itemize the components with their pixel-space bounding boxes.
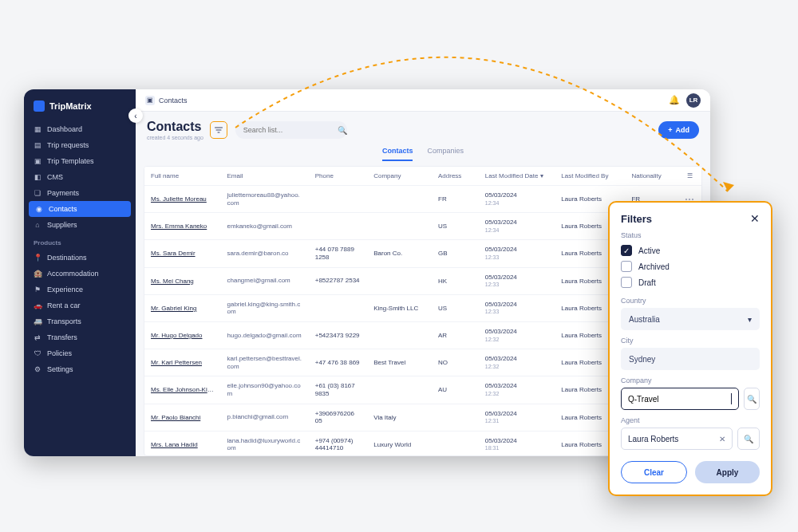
breadcrumb-label: Contacts bbox=[159, 97, 188, 104]
cell-name[interactable]: Mr. Paolo Bianchi bbox=[144, 404, 221, 431]
col-settings-icon[interactable]: ☰ bbox=[678, 167, 701, 186]
cell-date: 05/03/202412:33 bbox=[479, 267, 555, 294]
contacts-icon: ▣ bbox=[145, 96, 155, 105]
cell-phone: +61 (03) 8167 9835 bbox=[309, 376, 367, 404]
cell-address: US bbox=[432, 213, 479, 240]
search-input[interactable] bbox=[243, 126, 333, 134]
tab-contacts[interactable]: Contacts bbox=[382, 147, 413, 161]
cell-phone bbox=[309, 294, 367, 321]
cell-name[interactable]: Ms. Sara Demir bbox=[144, 240, 221, 267]
col-last-modified-by[interactable]: Last Modified By bbox=[555, 167, 625, 186]
cell-name[interactable]: Ms. Elle Johnson-King bbox=[144, 376, 221, 404]
nav-label: Accommodation bbox=[47, 270, 99, 278]
sidebar-item-rent-a-car[interactable]: 🚗Rent a car bbox=[24, 298, 136, 313]
cell-name[interactable]: Mr. Karl Pettersen bbox=[144, 349, 221, 376]
remove-agent-icon[interactable]: ✕ bbox=[719, 435, 725, 443]
col-last-modified-date[interactable]: Last Modified Date ▾ bbox=[479, 167, 555, 186]
brand-logo-icon bbox=[34, 100, 45, 112]
agent-search-button[interactable]: 🔍 bbox=[737, 428, 760, 450]
notifications-icon[interactable]: 🔔 bbox=[669, 95, 680, 105]
nav-icon: ◉ bbox=[35, 205, 43, 213]
nav-label: Rent a car bbox=[47, 301, 81, 309]
search-icon: 🔍 bbox=[747, 395, 757, 404]
search-icon: 🔍 bbox=[338, 126, 347, 135]
cell-email: karl.pettersen@besttravel.com bbox=[221, 349, 309, 376]
sidebar-item-policies[interactable]: 🛡Policies bbox=[24, 345, 136, 361]
chevron-down-icon: ▾ bbox=[748, 315, 752, 324]
cell-company bbox=[367, 213, 432, 240]
cell-company: King-Smith LLC bbox=[367, 294, 432, 321]
nav-icon: ⇄ bbox=[34, 333, 41, 341]
sidebar-item-payments[interactable]: ❏Payments bbox=[24, 185, 136, 201]
col-nationality[interactable]: Nationality bbox=[625, 167, 678, 186]
nav-icon: 📍 bbox=[34, 254, 41, 262]
svg-marker-0 bbox=[723, 182, 734, 191]
city-input[interactable]: Sydney bbox=[621, 348, 760, 370]
cell-email: gabriel.king@king-smith.com bbox=[221, 294, 309, 321]
search-field[interactable]: 🔍 bbox=[235, 121, 347, 139]
avatar[interactable]: LR bbox=[686, 93, 701, 108]
sidebar-item-destinations[interactable]: 📍Destinations bbox=[24, 250, 136, 266]
cell-address: GB bbox=[432, 240, 479, 267]
col-full-name[interactable]: Full name bbox=[144, 167, 221, 186]
nav-label: Trip requests bbox=[47, 141, 89, 149]
cell-name[interactable]: Mr. Hugo Delgado bbox=[144, 321, 221, 349]
nav-icon: ▤ bbox=[34, 141, 41, 149]
col-address[interactable]: Address bbox=[432, 167, 479, 186]
company-input-wrap[interactable] bbox=[621, 388, 739, 410]
cell-phone: +47 476 38 869 bbox=[309, 349, 367, 376]
sidebar-item-dashboard[interactable]: ▦Dashboard bbox=[24, 121, 136, 137]
col-phone[interactable]: Phone bbox=[309, 167, 367, 186]
cell-date: 05/03/202412:33 bbox=[479, 240, 555, 267]
status-option-archived[interactable]: Archived bbox=[621, 258, 760, 274]
nav-icon: ⌂ bbox=[34, 221, 41, 229]
cell-name[interactable]: Mrs. Lana Hadid bbox=[144, 431, 221, 456]
cell-address: FR bbox=[432, 186, 479, 213]
sidebar-item-experience[interactable]: ⚑Experience bbox=[24, 282, 136, 298]
sidebar-item-trip-templates[interactable]: ▣Trip Templates bbox=[24, 153, 136, 169]
sidebar-collapse-button[interactable]: ‹ bbox=[128, 108, 143, 123]
cell-phone: +8522787 2534 bbox=[309, 267, 367, 294]
nav-label: CMS bbox=[47, 173, 63, 181]
cell-company bbox=[367, 376, 432, 404]
sidebar-item-transports[interactable]: 🚐Transports bbox=[24, 313, 136, 329]
country-select[interactable]: Australia ▾ bbox=[621, 308, 760, 330]
clear-button[interactable]: Clear bbox=[621, 461, 687, 483]
sidebar-item-settings[interactable]: ⚙Settings bbox=[24, 361, 136, 377]
company-search-button[interactable]: 🔍 bbox=[744, 388, 760, 410]
nav-label: Experience bbox=[47, 286, 83, 294]
status-option-active[interactable]: ✓Active bbox=[621, 242, 760, 258]
sidebar-item-cms[interactable]: ◧CMS bbox=[24, 169, 136, 185]
cell-name[interactable]: Ms. Juliette Moreau bbox=[144, 186, 221, 213]
checkbox-icon bbox=[621, 261, 632, 272]
breadcrumb[interactable]: ▣ Contacts bbox=[145, 96, 188, 105]
col-company[interactable]: Company bbox=[367, 167, 432, 186]
cell-address: HK bbox=[432, 267, 479, 294]
cell-company: Luxury World bbox=[367, 431, 432, 456]
nav-icon: 🏨 bbox=[34, 270, 41, 278]
sidebar-item-contacts[interactable]: ◉Contacts bbox=[29, 201, 131, 217]
brand-name: TripMatrix bbox=[49, 101, 92, 111]
cell-email: juliettemoreau88@yahoo.com bbox=[221, 186, 309, 213]
sidebar-item-transfers[interactable]: ⇄Transfers bbox=[24, 329, 136, 345]
cell-name[interactable]: Ms. Mei Chang bbox=[144, 267, 221, 294]
sidebar-item-trip-requests[interactable]: ▤Trip requests bbox=[24, 137, 136, 153]
agent-chip[interactable]: Laura Roberts ✕ bbox=[621, 428, 733, 450]
cell-name[interactable]: Mr. Gabriel King bbox=[144, 294, 221, 321]
nav-icon: ▦ bbox=[34, 125, 41, 133]
nav-label: Payments bbox=[47, 189, 79, 197]
filter-button[interactable] bbox=[210, 121, 227, 139]
cell-name[interactable]: Mrs. Emma Kaneko bbox=[144, 213, 221, 240]
tab-companies[interactable]: Companies bbox=[427, 147, 464, 161]
col-email[interactable]: Email bbox=[221, 167, 309, 186]
cell-address: US bbox=[432, 294, 479, 321]
sidebar-item-accommodation[interactable]: 🏨Accommodation bbox=[24, 266, 136, 282]
cell-date: 05/03/202412:31 bbox=[479, 404, 555, 431]
sidebar-item-suppliers[interactable]: ⌂Suppliers bbox=[24, 217, 136, 233]
cell-email: p.bianchi@gmail.com bbox=[221, 404, 309, 431]
company-input[interactable] bbox=[628, 395, 729, 404]
add-button[interactable]: + Add bbox=[658, 121, 699, 139]
apply-button[interactable]: Apply bbox=[695, 461, 760, 483]
close-icon[interactable]: ✕ bbox=[750, 212, 760, 225]
status-option-draft[interactable]: Draft bbox=[621, 274, 760, 290]
